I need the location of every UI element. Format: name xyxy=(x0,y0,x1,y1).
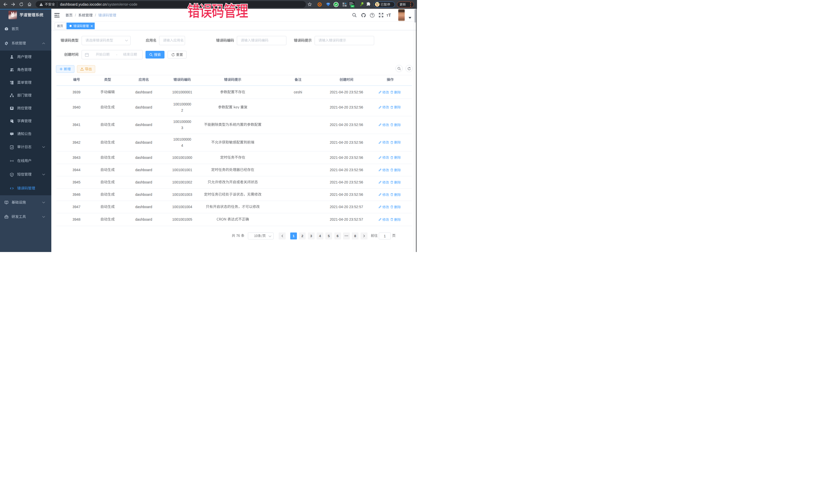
svg-text:on: on xyxy=(351,5,353,7)
